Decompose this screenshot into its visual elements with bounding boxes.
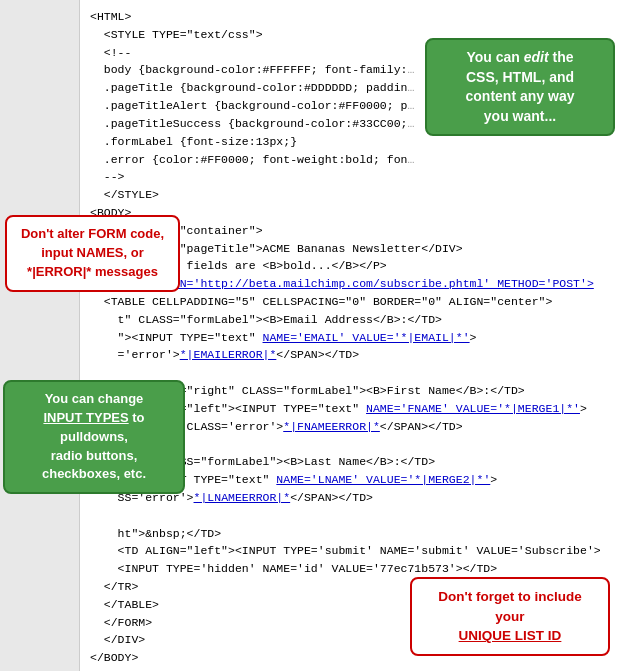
callout-unique-list-id-text: Don't forget to include your UNIQUE LIST… [438, 589, 581, 643]
code-line [90, 507, 610, 525]
main-container: <HTML> <STYLE TYPE="text/css"> <!-- body… [0, 0, 620, 671]
code-line: </HTML> [90, 667, 610, 671]
callout-input-types: You can change INPUT TYPES to pulldowns,… [3, 380, 185, 494]
code-line: ht">&nbsp;</TD> [90, 525, 610, 543]
callout-form-code: Don't alter FORM code, input NAMES, or *… [5, 215, 180, 292]
code-line: <HTML> [90, 8, 610, 26]
code-line: --> [90, 168, 610, 186]
code-line: t" CLASS="formLabel"><B>Email Address</B… [90, 311, 610, 329]
callout-edit-css: You can edit the CSS, HTML, and content … [425, 38, 615, 136]
code-line: ='error'>*|EMAILERROR|*</SPAN></TD> [90, 346, 610, 364]
callout-form-code-text: Don't alter FORM code, input NAMES, or *… [21, 226, 164, 279]
code-line: .error {color:#FF0000; font-weight:bold;… [90, 151, 610, 169]
code-line: </STYLE> [90, 186, 610, 204]
callout-edit-css-text: You can edit the CSS, HTML, and content … [466, 49, 575, 124]
callout-input-types-text: You can change INPUT TYPES to pulldowns,… [42, 391, 146, 481]
code-line: <TABLE CELLPADDING="5" CELLSPACING="0" B… [90, 293, 610, 311]
code-line: <TD ALIGN="left"><INPUT TYPE='submit' NA… [90, 542, 610, 560]
left-bar [0, 0, 80, 671]
callout-unique-list-id: Don't forget to include your UNIQUE LIST… [410, 577, 610, 656]
code-line: "><INPUT TYPE="text" NAME='EMAIL' VALUE=… [90, 329, 610, 347]
code-line: <INPUT TYPE='hidden' NAME='id' VALUE='77… [90, 560, 610, 578]
